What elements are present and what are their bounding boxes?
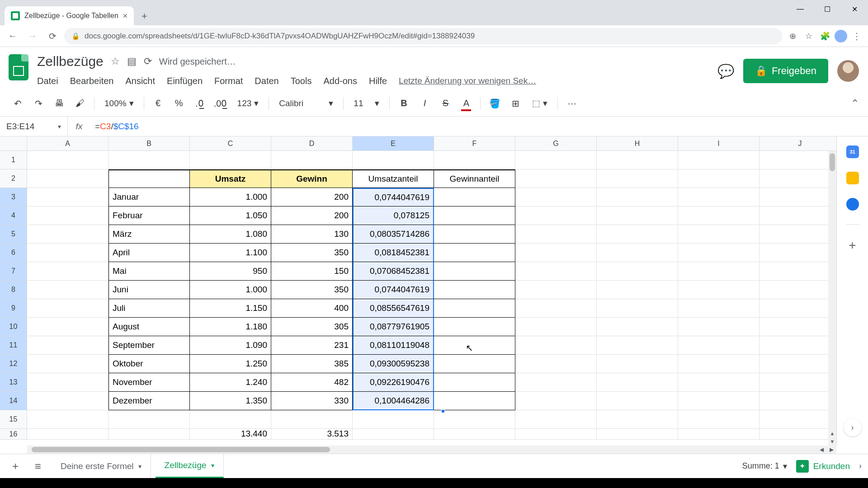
menu-help[interactable]: Hilfe: [369, 76, 387, 86]
cell[interactable]: [597, 244, 678, 262]
new-tab-button[interactable]: +: [137, 9, 152, 24]
cell[interactable]: [597, 336, 678, 355]
extensions-icon[interactable]: 🧩: [818, 29, 832, 43]
cell[interactable]: [760, 318, 836, 336]
cell[interactable]: [434, 244, 515, 262]
cell[interactable]: 0,08110119048: [353, 336, 434, 355]
cell[interactable]: [190, 410, 271, 429]
column-header[interactable]: I: [678, 136, 760, 151]
cell[interactable]: [353, 410, 434, 429]
cell[interactable]: [597, 373, 678, 392]
fill-color-button[interactable]: 🪣: [486, 95, 503, 112]
cell[interactable]: 385: [271, 355, 353, 373]
cell[interactable]: [678, 392, 760, 410]
cell[interactable]: 0,08779761905: [353, 318, 434, 336]
cell[interactable]: [678, 262, 760, 281]
cell[interactable]: [760, 429, 836, 440]
row-header[interactable]: 11: [0, 336, 27, 355]
cell[interactable]: [760, 281, 836, 299]
cell[interactable]: Januar: [108, 188, 190, 206]
menu-view[interactable]: Ansicht: [125, 76, 155, 86]
cell[interactable]: 1.150: [190, 299, 271, 318]
reload-button[interactable]: ⟳: [44, 28, 61, 44]
cell[interactable]: Umsatzanteil: [353, 169, 434, 188]
currency-button[interactable]: €: [150, 95, 167, 112]
row-header[interactable]: 6: [0, 244, 27, 262]
select-all-corner[interactable]: [0, 136, 27, 151]
cell[interactable]: [434, 225, 515, 244]
document-title[interactable]: Zellbezüge: [37, 54, 104, 69]
increase-decimal-button[interactable]: .00̲: [212, 95, 229, 112]
cell[interactable]: [515, 429, 597, 440]
cell[interactable]: [597, 429, 678, 440]
cell[interactable]: [27, 188, 108, 206]
cell[interactable]: [515, 410, 597, 429]
column-header[interactable]: B: [108, 136, 190, 151]
cell[interactable]: [515, 355, 597, 373]
cell[interactable]: [760, 299, 836, 318]
cell[interactable]: [597, 169, 678, 188]
cell[interactable]: [760, 244, 836, 262]
cell[interactable]: [678, 188, 760, 206]
cell[interactable]: 1.180: [190, 318, 271, 336]
cell[interactable]: [515, 169, 597, 188]
horizontal-scrollbar[interactable]: ◀ ▶: [0, 446, 868, 454]
cell[interactable]: [434, 206, 515, 225]
cell[interactable]: 1.000: [190, 188, 271, 206]
cell[interactable]: [678, 355, 760, 373]
browser-menu-button[interactable]: ⋮: [850, 29, 863, 43]
column-header[interactable]: H: [597, 136, 678, 151]
cell[interactable]: [515, 262, 597, 281]
cell[interactable]: 0,07068452381: [353, 262, 434, 281]
cell[interactable]: [353, 429, 434, 440]
cell[interactable]: 950: [190, 262, 271, 281]
menu-addons[interactable]: Add-ons: [323, 76, 357, 86]
hscroll-right-icon[interactable]: ▶: [826, 446, 836, 454]
cell[interactable]: [27, 244, 108, 262]
cell[interactable]: 150: [271, 262, 353, 281]
name-box[interactable]: E3:E14 ▾: [0, 117, 68, 136]
cell[interactable]: [27, 429, 108, 440]
cell[interactable]: 400: [271, 299, 353, 318]
cell[interactable]: Februar: [108, 206, 190, 225]
cell[interactable]: [678, 169, 760, 188]
forward-button[interactable]: →: [24, 28, 41, 44]
cell[interactable]: [760, 262, 836, 281]
decrease-decimal-button[interactable]: .0̲: [191, 95, 208, 112]
cell[interactable]: [760, 169, 836, 188]
show-side-panel-button[interactable]: ›: [844, 418, 862, 436]
cell[interactable]: [434, 262, 515, 281]
cell[interactable]: [27, 355, 108, 373]
cell[interactable]: [353, 151, 434, 169]
paint-format-button[interactable]: 🖌: [71, 95, 89, 112]
cell[interactable]: [597, 299, 678, 318]
vertical-scrollbar[interactable]: ▲ ▼: [828, 151, 836, 446]
cell[interactable]: [760, 188, 836, 206]
cell[interactable]: [678, 336, 760, 355]
cell[interactable]: 200: [271, 188, 353, 206]
cell[interactable]: 0,0744047619: [353, 281, 434, 299]
cell[interactable]: [515, 188, 597, 206]
cell[interactable]: [190, 151, 271, 169]
cell[interactable]: [760, 410, 836, 429]
cell[interactable]: [271, 410, 353, 429]
undo-button[interactable]: ↶: [9, 95, 26, 112]
sheet-tab-first[interactable]: Deine erste Formel▾: [52, 454, 151, 478]
cell[interactable]: [434, 299, 515, 318]
cell[interactable]: August: [108, 318, 190, 336]
cell[interactable]: 200: [271, 206, 353, 225]
cell[interactable]: 350: [271, 281, 353, 299]
italic-button[interactable]: I: [416, 95, 433, 112]
borders-button[interactable]: ⊞: [507, 95, 524, 112]
explore-button[interactable]: ✦ Erkunden: [796, 460, 850, 473]
cell[interactable]: [434, 336, 515, 355]
cell[interactable]: Gewinnanteil: [434, 169, 515, 188]
merge-button[interactable]: ⬚▾: [528, 98, 552, 108]
back-button[interactable]: ←: [5, 28, 21, 44]
cell[interactable]: [27, 262, 108, 281]
cell[interactable]: [515, 206, 597, 225]
row-header[interactable]: 5: [0, 225, 27, 244]
cell[interactable]: [597, 206, 678, 225]
column-header[interactable]: E: [353, 136, 434, 151]
row-header[interactable]: 2: [0, 169, 27, 188]
